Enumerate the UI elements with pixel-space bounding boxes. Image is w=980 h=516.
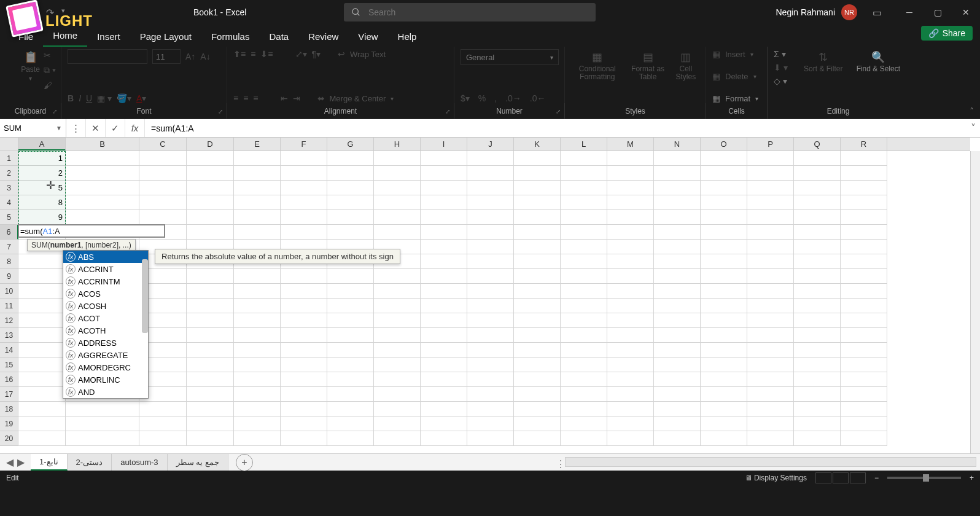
font-name-select[interactable]: [68, 49, 147, 64]
increase-decimal-icon[interactable]: .0→: [505, 93, 521, 103]
cell-C1[interactable]: [139, 151, 187, 166]
function-suggestion-acoth[interactable]: fxACOTH: [63, 324, 148, 337]
decrease-indent-icon[interactable]: ⇤: [281, 93, 288, 103]
function-suggestion-address[interactable]: fxADDRESS: [63, 337, 148, 349]
cell-L15[interactable]: [561, 358, 607, 372]
cell-O17[interactable]: [701, 387, 747, 402]
cell-E11[interactable]: [234, 299, 281, 313]
tab-page-layout[interactable]: Page Layout: [130, 26, 201, 47]
cell-K18[interactable]: [514, 402, 561, 416]
row-header-8[interactable]: 8: [0, 254, 18, 269]
insert-function-button[interactable]: fx: [125, 119, 145, 137]
cell-P7[interactable]: [747, 240, 794, 254]
cell-Q11[interactable]: [794, 299, 841, 313]
cell-G9[interactable]: [327, 269, 374, 284]
cell-R6[interactable]: [841, 225, 887, 240]
cell-F17[interactable]: [281, 387, 327, 402]
cell-F18[interactable]: [281, 402, 327, 416]
cell-D11[interactable]: [187, 299, 234, 313]
cell-R18[interactable]: [841, 402, 887, 416]
cell-M17[interactable]: [607, 387, 654, 402]
cell-B5[interactable]: [66, 210, 139, 225]
cell-E13[interactable]: [234, 328, 281, 343]
cell-O9[interactable]: [701, 269, 747, 284]
row-header-11[interactable]: 11: [0, 299, 18, 313]
cell-I8[interactable]: [421, 254, 467, 269]
italic-button[interactable]: I: [79, 93, 81, 103]
cell-A18[interactable]: [18, 402, 66, 416]
cell-K13[interactable]: [514, 328, 561, 343]
cell-L19[interactable]: [561, 416, 607, 431]
cell-R10[interactable]: [841, 284, 887, 299]
normal-view-button[interactable]: [815, 472, 831, 483]
cell-A16[interactable]: [18, 372, 66, 387]
cell-F5[interactable]: [281, 210, 327, 225]
cell-M7[interactable]: [607, 240, 654, 254]
cell-M13[interactable]: [607, 328, 654, 343]
display-settings-button[interactable]: 🖥 Display Settings: [745, 474, 807, 482]
name-box-menu-icon[interactable]: ⋮: [66, 119, 86, 137]
tab-split-icon[interactable]: ⋮: [556, 458, 566, 470]
cell-P20[interactable]: [747, 431, 794, 446]
cell-E10[interactable]: [234, 284, 281, 299]
cell-F10[interactable]: [281, 284, 327, 299]
column-header-K[interactable]: K: [514, 138, 561, 150]
cell-M8[interactable]: [607, 254, 654, 269]
vertical-scrollbar[interactable]: [970, 151, 980, 453]
account-menu[interactable]: Negin Rahmani NR: [776, 4, 858, 20]
cell-N3[interactable]: [654, 181, 701, 195]
cell-P19[interactable]: [747, 416, 794, 431]
cell-L14[interactable]: [561, 343, 607, 358]
cell-C19[interactable]: [139, 416, 187, 431]
delete-cells-button[interactable]: Delete: [725, 72, 749, 81]
cell-N11[interactable]: [654, 299, 701, 313]
cell-G4[interactable]: [327, 195, 374, 210]
cell-E19[interactable]: [234, 416, 281, 431]
currency-icon[interactable]: $▾: [461, 93, 470, 103]
cell-F3[interactable]: [281, 181, 327, 195]
column-header-O[interactable]: O: [701, 138, 747, 150]
cell-P4[interactable]: [747, 195, 794, 210]
function-suggestion-accrintm[interactable]: fxACCRINTM: [63, 275, 148, 287]
cell-I6[interactable]: [421, 225, 467, 240]
row-header-18[interactable]: 18: [0, 402, 18, 416]
cell-I7[interactable]: [421, 240, 467, 254]
cell-A13[interactable]: [18, 328, 66, 343]
tab-insert[interactable]: Insert: [87, 26, 130, 47]
cell-L11[interactable]: [561, 299, 607, 313]
align-right-icon[interactable]: ≡: [253, 93, 258, 103]
cell-E16[interactable]: [234, 372, 281, 387]
cell-I11[interactable]: [421, 299, 467, 313]
autosum-icon[interactable]: Σ ▾: [774, 49, 788, 59]
column-header-N[interactable]: N: [654, 138, 701, 150]
cell-H20[interactable]: [374, 431, 421, 446]
borders-icon[interactable]: ▦ ▾: [97, 93, 112, 103]
function-autocomplete-list[interactable]: fxABSfxACCRINTfxACCRINTMfxACOSfxACOSHfxA…: [63, 250, 149, 399]
cell-N14[interactable]: [654, 343, 701, 358]
zoom-out-button[interactable]: −: [874, 474, 879, 482]
cell-D5[interactable]: [187, 210, 234, 225]
cell-O2[interactable]: [701, 166, 747, 181]
tab-data[interactable]: Data: [259, 26, 298, 47]
cell-I16[interactable]: [421, 372, 467, 387]
cell-N8[interactable]: [654, 254, 701, 269]
cell-E6[interactable]: [234, 225, 281, 240]
column-header-H[interactable]: H: [374, 138, 421, 150]
cell-Q17[interactable]: [794, 387, 841, 402]
cell-D20[interactable]: [187, 431, 234, 446]
column-header-L[interactable]: L: [561, 138, 607, 150]
cell-I3[interactable]: [421, 181, 467, 195]
cell-O1[interactable]: [701, 151, 747, 166]
new-sheet-button[interactable]: +: [236, 454, 253, 471]
cell-P12[interactable]: [747, 313, 794, 328]
cell-H5[interactable]: [374, 210, 421, 225]
cell-I17[interactable]: [421, 387, 467, 402]
alignment-launcher-icon[interactable]: ⤢: [445, 108, 450, 115]
minimize-button[interactable]: ─: [895, 0, 924, 25]
row-header-13[interactable]: 13: [0, 328, 18, 343]
cell-Q10[interactable]: [794, 284, 841, 299]
cell-Q13[interactable]: [794, 328, 841, 343]
collapse-ribbon-icon[interactable]: ˄: [970, 106, 974, 116]
cell-D15[interactable]: [187, 358, 234, 372]
cell-J13[interactable]: [467, 328, 514, 343]
